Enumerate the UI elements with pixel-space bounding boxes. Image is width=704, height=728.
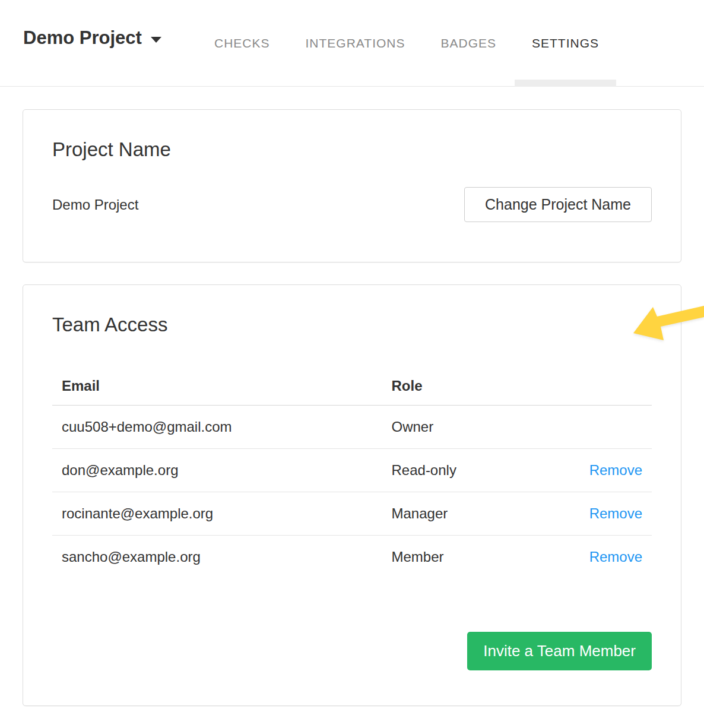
column-header-action (520, 369, 652, 406)
project-title: Demo Project (23, 27, 142, 49)
nav-tabs: CHECKS INTEGRATIONS BADGES SETTINGS (214, 0, 599, 87)
project-name-value: Demo Project (52, 197, 138, 213)
team-access-card: Team Access Email Role cuu508+demo@gmail… (23, 284, 681, 706)
remove-member-link[interactable]: Remove (589, 549, 642, 565)
team-access-card-title: Team Access (52, 314, 652, 336)
top-navigation: Demo Project CHECKS INTEGRATIONS BADGES … (0, 0, 704, 87)
settings-page: Project Name Demo Project Change Project… (0, 87, 704, 706)
project-name-card-title: Project Name (52, 138, 652, 161)
invite-team-member-button[interactable]: Invite a Team Member (467, 632, 652, 670)
member-action: Remove (520, 449, 652, 492)
member-action: Remove (520, 492, 652, 536)
member-role: Read-only (382, 449, 520, 492)
project-switcher[interactable]: Demo Project (23, 27, 161, 49)
table-row: rocinante@example.org Manager Remove (52, 492, 652, 536)
member-action (520, 406, 652, 449)
team-members-table: Email Role cuu508+demo@gmail.com Owner d… (52, 369, 652, 578)
tab-badges[interactable]: BADGES (440, 0, 496, 87)
member-email: don@example.org (52, 449, 382, 492)
column-header-email: Email (52, 369, 382, 406)
table-row: don@example.org Read-only Remove (52, 449, 652, 492)
member-email: cuu508+demo@gmail.com (52, 406, 382, 449)
tab-settings[interactable]: SETTINGS (532, 0, 599, 87)
member-role: Member (382, 536, 520, 579)
project-name-card: Project Name Demo Project Change Project… (23, 109, 681, 262)
remove-member-link[interactable]: Remove (589, 462, 642, 478)
tab-integrations[interactable]: INTEGRATIONS (306, 0, 405, 87)
column-header-role: Role (382, 369, 520, 406)
member-email: sancho@example.org (52, 536, 382, 579)
tab-checks[interactable]: CHECKS (214, 0, 270, 87)
table-row: cuu508+demo@gmail.com Owner (52, 406, 652, 449)
change-project-name-button[interactable]: Change Project Name (464, 187, 652, 222)
member-action: Remove (520, 536, 652, 579)
caret-down-icon (151, 37, 161, 43)
table-row: sancho@example.org Member Remove (52, 536, 652, 579)
member-role: Owner (382, 406, 520, 449)
remove-member-link[interactable]: Remove (589, 505, 642, 521)
member-email: rocinante@example.org (52, 492, 382, 536)
member-role: Manager (382, 492, 520, 536)
table-header-row: Email Role (52, 369, 652, 406)
